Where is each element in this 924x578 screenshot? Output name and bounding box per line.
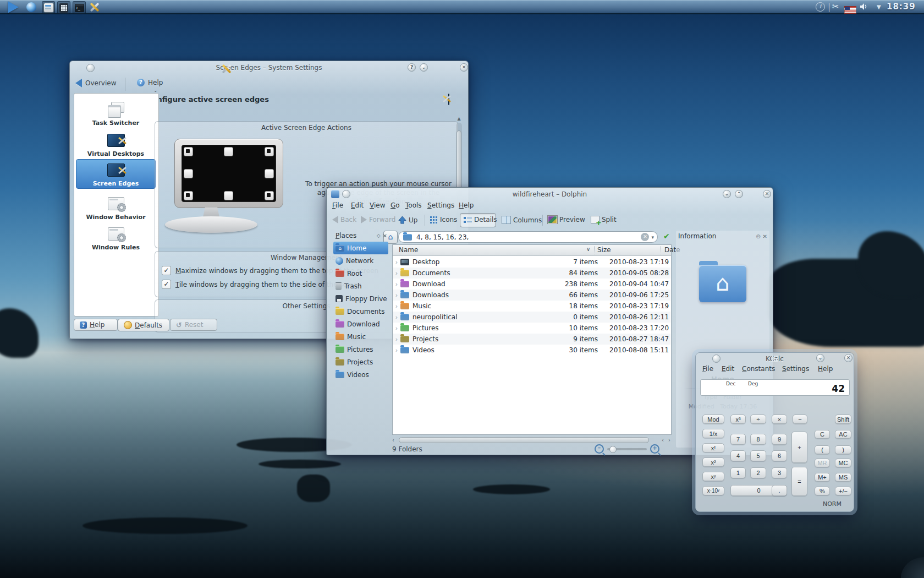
forward-button[interactable]: Forward	[361, 216, 395, 223]
close-button[interactable]: ✕	[763, 190, 771, 198]
file-row-neuropolitical[interactable]: › neuropolitical 0 items 2010-08-26 12:1…	[393, 312, 670, 323]
menu-help[interactable]: Help	[459, 201, 474, 209]
key-dot[interactable]: .	[772, 485, 787, 496]
key-6[interactable]: 6	[772, 450, 787, 461]
scroll-left-icon[interactable]: ‹	[392, 437, 394, 444]
reset-button[interactable]: ↺ Reset	[170, 319, 217, 331]
file-row-downloads[interactable]: › Downloads 66 items 2010-09-06 17:25	[393, 290, 670, 301]
keyboard-layout-icon[interactable]	[844, 3, 856, 17]
close-button[interactable]: ✕	[460, 63, 468, 72]
launcher-icon[interactable]	[8, 1, 19, 13]
key-shift[interactable]: Shift	[835, 415, 851, 424]
expander-icon[interactable]: ›	[393, 292, 400, 299]
panel-clock[interactable]: 18:39	[887, 0, 916, 13]
columns-view-button[interactable]: Columns	[502, 216, 542, 224]
column-separator[interactable]	[661, 246, 661, 254]
file-row-music[interactable]: › Music 18 items 2010-08-23 17:19	[393, 301, 670, 312]
key-all-clear[interactable]: AC	[835, 430, 851, 439]
defaults-button[interactable]: Defaults	[118, 319, 169, 331]
key-add[interactable]: +	[791, 432, 807, 463]
overview-button[interactable]: Overview	[75, 79, 117, 88]
scroll-right-icon[interactable]: ›	[668, 437, 670, 444]
edge-handle-top-left[interactable]	[184, 147, 193, 156]
key-paren-open[interactable]: (	[815, 445, 830, 454]
menu-go[interactable]: Go	[391, 201, 400, 209]
zoom-slider[interactable]	[607, 448, 647, 450]
location-ok-icon[interactable]: ✔	[663, 232, 670, 241]
help-titlebar-button[interactable]: ?	[408, 63, 416, 72]
file-row-desktop[interactable]: › Desktop 7 items 2010-08-23 17:19	[393, 257, 670, 268]
place-projects[interactable]: Projects	[333, 356, 388, 368]
file-row-download[interactable]: › Download 238 items 2010-09-04 10:47	[393, 279, 670, 290]
expander-icon[interactable]: ›	[393, 347, 400, 354]
icons-view-button[interactable]: Icons	[430, 216, 457, 223]
zoom-control[interactable]: – +	[595, 444, 659, 454]
help-dropdown-arrow[interactable]: ⌄	[153, 88, 158, 93]
column-separator[interactable]	[594, 246, 595, 254]
minimize-button[interactable]: ⌄	[816, 354, 824, 362]
key-percent[interactable]: %	[815, 487, 830, 495]
zoom-slider-handle[interactable]	[609, 446, 617, 453]
minimize-button[interactable]: ⌄	[420, 63, 428, 72]
column-header-row[interactable]: Name ∨ Size Date	[393, 245, 671, 256]
place-music[interactable]: Music	[333, 330, 388, 343]
file-row-videos[interactable]: › Videos 30 items 2010-08-08 15:11	[393, 345, 670, 356]
key-mod[interactable]: Mod	[702, 415, 724, 424]
place-trash[interactable]: Trash	[333, 280, 388, 292]
key-subtract[interactable]: −	[793, 415, 807, 424]
place-home[interactable]: ⌂ Home	[333, 242, 388, 254]
menu-edit[interactable]: Edit	[722, 365, 734, 373]
key-multiply[interactable]: ×	[772, 415, 787, 424]
utilities-launcher[interactable]	[88, 1, 100, 13]
sidebar-item-task-switcher[interactable]: Task Switcher	[76, 98, 156, 128]
menu-tools[interactable]: Tools	[405, 201, 422, 209]
kcalc-window[interactable]: KCalc ⌄ ✕ File Edit Constants Settings H…	[695, 352, 854, 512]
kcalc-titlebar[interactable]: KCalc ⌄ ✕	[696, 353, 854, 364]
key-1[interactable]: 1	[730, 467, 746, 478]
key-square[interactable]: x²	[702, 457, 724, 467]
file-row-documents[interactable]: › Documents 84 items 2010-09-05 08:28	[393, 268, 670, 279]
location-bar[interactable]: 4, 8, 15, 16, 23, ✕ ▾	[398, 231, 658, 243]
expander-icon[interactable]: ›	[393, 259, 400, 266]
titlebar-menu-button[interactable]	[86, 64, 95, 72]
zoom-in-icon[interactable]: +	[650, 444, 659, 454]
sidebar-item-window-rules[interactable]: Window Rules	[76, 223, 156, 253]
place-pictures[interactable]: Pictures	[333, 343, 388, 356]
expander-icon[interactable]: ›	[393, 303, 400, 310]
key-memory-store[interactable]: MS	[835, 473, 851, 482]
scrollbar-up-arrow[interactable]: ▲	[456, 116, 462, 121]
system-settings-titlebar[interactable]: Screen Edges – System Settings ? ⌄ ✕	[70, 61, 468, 74]
panel-close-icon[interactable]: ✕	[763, 233, 767, 239]
key-4[interactable]: 4	[730, 450, 746, 461]
key-9[interactable]: 9	[772, 434, 787, 445]
edge-handle-bottom-right[interactable]	[265, 191, 274, 200]
edge-handle-left[interactable]	[184, 169, 193, 178]
file-row-pictures[interactable]: › Pictures 10 items 2010-08-23 17:20	[393, 323, 670, 334]
up-button[interactable]: Up	[398, 216, 417, 224]
places-close-icon[interactable]: ✕	[383, 233, 387, 239]
key-5[interactable]: 5	[750, 450, 766, 461]
split-button[interactable]: Split	[591, 216, 617, 223]
key-paren-close[interactable]: )	[835, 445, 851, 454]
information-header[interactable]: Information ◎ ✕	[676, 231, 769, 242]
close-button[interactable]: ✕	[844, 354, 853, 362]
places-float-icon[interactable]: ◇	[377, 233, 381, 238]
key-3[interactable]: 3	[772, 467, 787, 478]
menu-file[interactable]: File	[702, 365, 713, 373]
back-button[interactable]: Back	[332, 216, 356, 223]
titlebar-menu-button[interactable]	[342, 190, 350, 198]
footer-help-button[interactable]: ? Help	[74, 319, 118, 331]
panel-settings-icon[interactable]: ◎	[756, 233, 761, 239]
dolphin-titlebar[interactable]: wildfireheart – Dolphin ⌄ ⌃ ✕	[327, 188, 773, 201]
menu-edit[interactable]: Edit	[351, 201, 364, 209]
key-2[interactable]: 2	[750, 467, 766, 478]
places-header[interactable]: Places ◇ ✕	[333, 231, 388, 242]
expander-icon[interactable]: ›	[393, 314, 400, 321]
menu-settings[interactable]: Settings	[427, 201, 454, 209]
key-memory-clear[interactable]: MC	[835, 459, 851, 467]
help-button[interactable]: ? Help	[137, 79, 163, 86]
column-size[interactable]: Size	[597, 246, 611, 254]
menu-view[interactable]: View	[370, 201, 385, 209]
calculator-launcher[interactable]	[57, 1, 70, 14]
edge-handle-top-right[interactable]	[265, 147, 274, 156]
